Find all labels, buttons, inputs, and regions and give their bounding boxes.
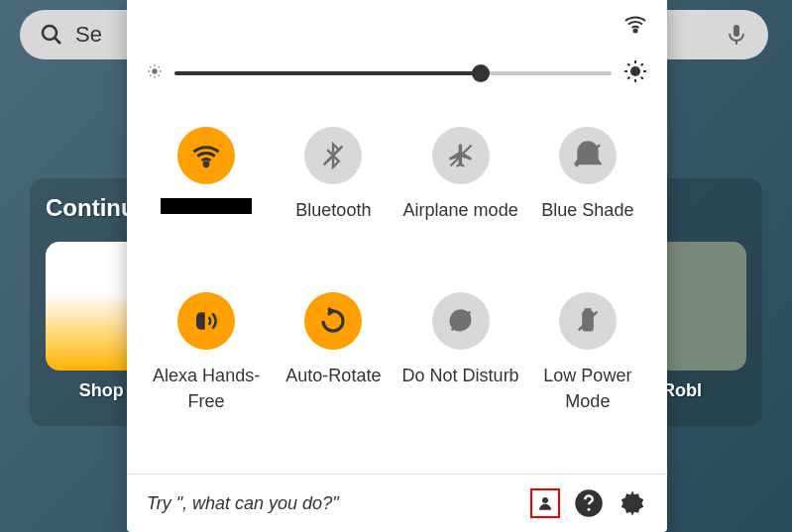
- lowpower-label: Low Power Mode: [526, 364, 649, 413]
- user-profile-button[interactable]: [530, 488, 560, 518]
- brightness-fill: [174, 71, 481, 75]
- svg-point-23: [204, 162, 208, 166]
- toggle-alexa[interactable]: Alexa Hands-Free: [145, 292, 268, 454]
- svg-point-14: [630, 66, 640, 76]
- bluetooth-label: Bluetooth: [295, 198, 371, 223]
- dnd-icon: [432, 292, 490, 350]
- svg-line-13: [159, 66, 160, 67]
- svg-rect-2: [734, 25, 739, 37]
- microphone-icon[interactable]: [725, 23, 748, 47]
- alexa-hint: Try ", what can you do?": [147, 493, 516, 514]
- autorotate-label: Auto-Rotate: [285, 364, 381, 388]
- airplane-label: Airplane mode: [403, 198, 518, 223]
- bluetooth-icon: [304, 127, 362, 184]
- svg-line-11: [159, 75, 160, 76]
- brightness-high-icon: [623, 59, 647, 87]
- toggle-wifi[interactable]: [145, 127, 268, 263]
- toggle-airplane[interactable]: Airplane mode: [399, 127, 522, 263]
- toggle-bluetooth[interactable]: Bluetooth: [272, 127, 395, 263]
- svg-line-12: [150, 75, 151, 76]
- svg-line-21: [627, 77, 629, 79]
- svg-line-22: [641, 63, 643, 65]
- svg-line-19: [627, 63, 629, 65]
- settings-button[interactable]: [618, 488, 647, 518]
- panel-footer: Try ", what can you do?": [127, 474, 667, 532]
- svg-line-1: [55, 38, 60, 44]
- svg-point-31: [542, 497, 548, 503]
- dnd-label: Do Not Disturb: [402, 364, 519, 388]
- toggle-lowpower[interactable]: Low Power Mode: [526, 292, 649, 454]
- svg-point-0: [43, 26, 57, 40]
- svg-point-5: [152, 68, 157, 73]
- svg-line-20: [641, 77, 643, 79]
- svg-point-33: [588, 508, 591, 511]
- alexa-label: Alexa Hands-Free: [145, 364, 268, 413]
- svg-rect-29: [586, 310, 591, 312]
- lowpower-icon: [559, 292, 617, 350]
- toggle-autorotate[interactable]: Auto-Rotate: [272, 292, 395, 454]
- alexa-icon: [177, 292, 235, 350]
- blueshade-label: Blue Shade: [541, 198, 633, 223]
- brightness-thumb[interactable]: [472, 64, 490, 82]
- brightness-low-icon: [147, 63, 163, 83]
- airplane-icon: [432, 127, 490, 184]
- quick-settings-panel: Bluetooth Airplane mode Blue Shade: [127, 0, 667, 532]
- help-button[interactable]: [574, 488, 604, 518]
- svg-line-10: [150, 66, 151, 67]
- app-label: Robl: [662, 380, 702, 401]
- brightness-slider[interactable]: [174, 71, 612, 75]
- wifi-icon: [177, 127, 235, 184]
- brightness-slider-row: [127, 40, 667, 107]
- toggle-blueshade[interactable]: Blue Shade: [526, 127, 649, 263]
- wifi-label-redacted: [161, 198, 252, 214]
- svg-point-4: [634, 30, 637, 33]
- search-icon: [40, 23, 63, 47]
- blueshade-icon: [559, 127, 617, 184]
- toggle-dnd[interactable]: Do Not Disturb: [399, 292, 522, 454]
- wifi-status-icon: [623, 12, 647, 40]
- autorotate-icon: [304, 292, 362, 350]
